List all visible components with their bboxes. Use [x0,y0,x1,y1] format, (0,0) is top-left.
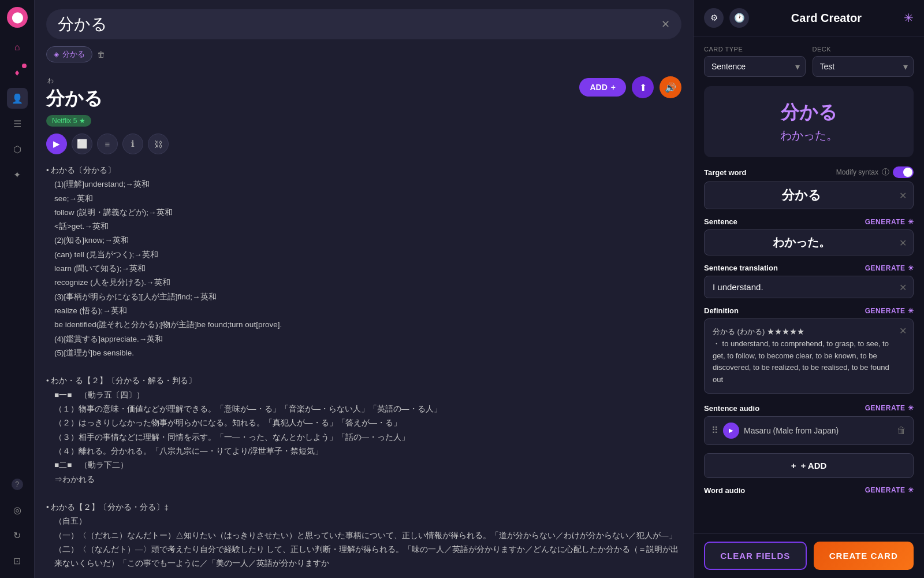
add-button[interactable]: ADD + [579,78,626,97]
panel-header-icons: ⚙ 🕐 [704,8,749,28]
sparkle-small-icon-3: ✳ [908,307,914,315]
archive-icon: ⊡ [13,555,21,566]
sparkle-small-icon-5: ✳ [908,486,914,494]
create-card-button[interactable]: CREATE CARD [814,542,914,570]
panel-settings-button[interactable]: ⚙ [704,8,724,28]
sentence-clear-button[interactable]: ✕ [899,237,907,248]
sparkle-icon[interactable]: ✳ [904,11,914,25]
word-audio-field: Word audio GENERATE ✳ [704,486,914,495]
audio-play-button[interactable]: ▶ [723,423,739,439]
sentence-generate-button[interactable]: GENERATE ✳ [865,218,914,226]
sidebar-item-help[interactable]: ? [7,474,28,495]
drag-handle-icon[interactable]: ⠿ [711,425,718,436]
sentence-label: Sentence [704,217,737,226]
word-badge: Netflix 5 ★ [46,115,91,127]
sidebar-item-refresh[interactable]: ↻ [7,525,28,546]
sidebar-item-chat[interactable]: ◎ [7,499,28,520]
definition-header: Definition GENERATE ✳ [704,306,914,315]
sentence-field: Sentence GENERATE ✳ ✕ [704,217,914,255]
definition-clear-button[interactable]: ✕ [899,325,907,336]
text-icon: ≡ [105,139,110,149]
refresh-icon: ↻ [13,530,21,541]
target-word-clear-button[interactable]: ✕ [899,190,907,201]
sidebar-item-cards[interactable]: ♦ [7,62,28,83]
word-title-block: わ 分かる Netflix 5 ★ [46,76,103,127]
word-main: 分かる [46,86,103,112]
target-word-input[interactable] [704,181,914,209]
media-link-btn[interactable]: ⛓ [148,134,169,154]
sparkle-small-icon-4: ✳ [908,404,914,412]
sparkle-small-icon: ✳ [908,218,914,226]
sentence-audio-generate-button[interactable]: GENERATE ✳ [865,404,914,412]
sentence-translation-label: Sentence translation [704,264,778,272]
search-clear-button[interactable]: ✕ [661,18,670,31]
generate-label-2: GENERATE [865,264,906,272]
plus-icon: + [611,83,616,92]
sentence-translation-generate-button[interactable]: GENERATE ✳ [865,264,914,272]
word-audio-generate-button[interactable]: GENERATE ✳ [865,486,914,494]
media-image-btn[interactable]: ⬜ [72,134,92,154]
speaker-icon: 🔊 [665,82,676,93]
preview-word: 分かる [781,100,837,125]
audio-delete-button[interactable]: 🗑 [897,425,906,436]
media-text-btn[interactable]: ≡ [97,134,118,154]
definition-wrap: 分かる (わかる) ★★★★★ ・ to understand, to comp… [704,318,914,396]
sidebar-item-archive[interactable]: ⊡ [7,550,28,571]
panel-footer: CLEAR FIELDS CREATE CARD [694,533,924,578]
panel-title: Card Creator [791,12,862,25]
tag-label: 分かる [62,49,85,60]
definition-generate-button[interactable]: GENERATE ✳ [865,307,914,315]
sentence-input[interactable] [704,229,914,255]
home-icon: ⌂ [14,42,20,53]
definition-field: Definition GENERATE ✳ 分かる (わかる) ★★★★★ ・ … [704,306,914,396]
deck-select[interactable]: Test Main Grammar [813,56,914,77]
sentence-translation-header: Sentence translation GENERATE ✳ [704,264,914,272]
target-word-input-wrap: ✕ [704,181,914,209]
clock-icon: 🕐 [734,13,745,23]
sidebar: ⬤ ⌂ ♦ 👤 ☰ ⬡ ✦ ? ◎ ↻ ⊡ [0,0,35,578]
audio-row: ⠿ ▶ Masaru (Male from Japan) 🗑 [704,416,914,445]
target-word-label: Target word [704,168,746,177]
modify-syntax-label: Modify syntax [836,168,878,176]
info-icon: ℹ [131,139,135,149]
search-input-wrap: ✕ [46,9,681,39]
word-furigana: わ [47,76,103,85]
media-audio-btn[interactable]: ▶ [46,134,67,154]
sidebar-item-home[interactable]: ⌂ [7,37,28,58]
definition-input[interactable]: 分かる (わかる) ★★★★★ ・ to understand, to comp… [704,318,914,394]
search-input[interactable] [58,15,661,34]
sentence-translation-clear-button[interactable]: ✕ [899,281,907,292]
generate-label: GENERATE [865,218,906,226]
word-header: わ 分かる Netflix 5 ★ ADD + ⬆ 🔊 [46,76,681,127]
media-info-btn[interactable]: ℹ [122,134,143,154]
tag-icon: ⬡ [13,144,21,155]
audio-button[interactable]: 🔊 [660,76,681,98]
sidebar-item-user[interactable]: 👤 [7,88,28,109]
sentence-translation-input[interactable] [704,276,914,298]
media-icons: ▶ ⬜ ≡ ℹ ⛓ [46,134,681,154]
sidebar-item-tag[interactable]: ⬡ [7,139,28,160]
export-button[interactable]: ⬆ [632,76,654,98]
sidebar-item-list[interactable]: ☰ [7,113,28,134]
modify-syntax-toggle[interactable] [893,166,914,178]
add-full-label: + ADD [800,461,826,470]
sidebar-item-settings[interactable]: ✦ [7,164,28,185]
card-preview: 分かる わかった。 [704,86,914,157]
sidebar-logo[interactable]: ⬤ [7,7,28,28]
help-icon: ? [12,479,23,490]
word-audio-label: Word audio [704,486,745,495]
card-type-select[interactable]: Sentence Vocabulary Grammar [704,56,806,77]
tag-delete-button[interactable]: 🗑 [97,50,105,59]
audio-icon: ▶ [53,139,60,149]
search-tag-wakaru[interactable]: ◈ 分かる [46,46,92,62]
sentence-audio-field: Sentence audio GENERATE ✳ ⠿ ▶ Masaru (Ma… [704,404,914,445]
target-word-header: Target word Modify syntax ⓘ [704,166,914,178]
panel-history-button[interactable]: 🕐 [729,8,749,28]
deck-label: Deck [813,46,914,53]
add-full-button[interactable]: + + ADD [704,453,914,478]
generate-label-5: GENERATE [865,486,906,494]
list-icon: ☰ [13,118,21,129]
clear-fields-button[interactable]: CLEAR FIELDS [704,542,807,570]
cards-badge [22,64,27,68]
card-creator-panel: ⚙ 🕐 Card Creator ✳ Card type Sentence Vo… [693,0,924,578]
